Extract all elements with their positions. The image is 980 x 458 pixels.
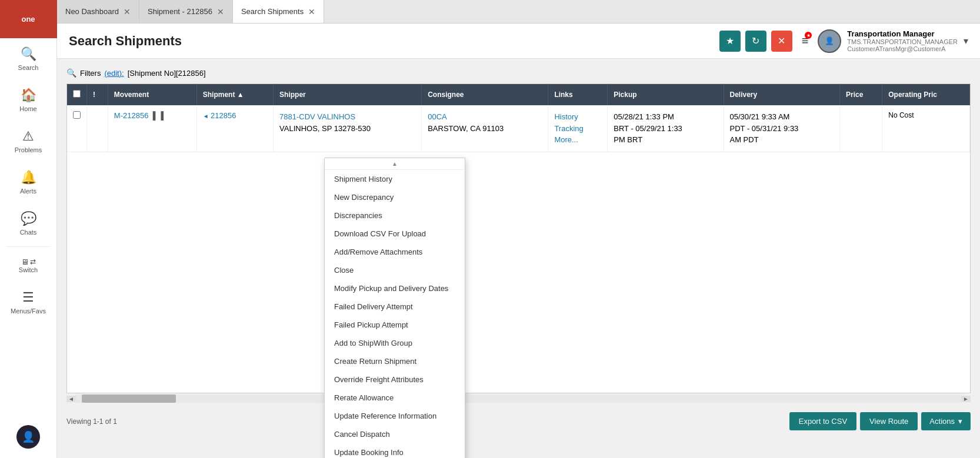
menu-item-close[interactable]: Close (325, 261, 465, 279)
more-link[interactable]: More... (554, 135, 578, 144)
sidebar-item-switch[interactable]: 🖥 ⇄ Switch (0, 249, 56, 282)
col-header-operating-price[interactable]: Operating Pric (882, 84, 970, 105)
menu-item-update-booking[interactable]: Update Booking Info (325, 443, 465, 458)
hamburger-button[interactable]: ≡ ★ (797, 32, 814, 50)
tab-label-neo-dashboard: Neo Dashboard (65, 7, 119, 16)
sidebar-label-problems: Problems (15, 146, 42, 153)
shipper-link[interactable]: 7881-CDV VALINHOS (279, 112, 355, 121)
menu-item-shipment-history[interactable]: Shipment History (325, 170, 465, 188)
menu-scroll-top[interactable]: ▲ (325, 158, 465, 170)
pickup-info: 05/28/21 1:33 PM BRT - 05/29/21 1:33 PM … (614, 111, 717, 146)
bell-icon: 🔔 (21, 170, 36, 185)
filter-icon: 🔍 (66, 68, 76, 78)
switch-arrow-icon: ⇄ (30, 258, 36, 266)
col-header-movement[interactable]: Movement (108, 84, 196, 105)
shipment-link[interactable]: 212856 (211, 111, 236, 120)
user-email: CustomerATransMgr@CustomerA (847, 45, 958, 52)
filter-label: Filters (80, 69, 101, 78)
col-header-links[interactable]: Links (548, 84, 608, 105)
menu-item-rerate[interactable]: Rerate Allowance (325, 389, 465, 407)
notification-badge: ★ (805, 32, 812, 39)
export-csv-button[interactable]: Export to CSV (789, 412, 856, 430)
close-button[interactable]: ✕ (771, 31, 792, 52)
star-button[interactable]: ★ (719, 31, 741, 52)
movement-link[interactable]: M-212856 (114, 111, 149, 120)
menu-item-override-freight[interactable]: Override Freight Attributes (325, 370, 465, 389)
page-body: 🔍 Filters (edit): [Shipment No][212856] … (57, 59, 980, 458)
scroll-right-button[interactable]: ► (961, 396, 971, 402)
menu-item-discrepancies[interactable]: Discrepancies (325, 206, 465, 225)
sidebar: one 🔍 Search 🏠 Home ⚠ Problems 🔔 Alerts … (0, 0, 57, 458)
scroll-thumb[interactable] (82, 395, 176, 403)
switch-icons: 🖥 ⇄ (21, 258, 36, 266)
menu-item-add-shipwith[interactable]: Add to ShipWith Group (325, 334, 465, 352)
menu-item-modify-dates[interactable]: Modify Pickup and Delivery Dates (325, 279, 465, 297)
sidebar-item-chats[interactable]: 💬 Chats (0, 203, 56, 244)
tab-bar: Neo Dashboard ✕ Shipment - 212856 ✕ Sear… (57, 0, 980, 24)
scroll-track[interactable] (76, 395, 961, 403)
sidebar-label-home: Home (19, 105, 36, 112)
filter-edit-link[interactable]: (edit): (104, 69, 124, 78)
user-dropdown-arrow[interactable]: ▾ (964, 35, 968, 46)
table-row: M-212856 ▌▐ ◄ 212856 7881-CDV VALINHOS V… (67, 105, 970, 152)
shipper-info: 7881-CDV VALINHOS VALINHOS, SP 13278-530 (279, 111, 415, 134)
menu-item-create-return[interactable]: Create Return Shipment (325, 352, 465, 370)
sidebar-item-home[interactable]: 🏠 Home (0, 79, 56, 121)
refresh-button[interactable]: ↻ (745, 31, 766, 52)
user-profile[interactable]: 👤 Transportation Manager TMS.TRANSPORTAT… (818, 29, 968, 53)
row-checkbox[interactable] (73, 111, 81, 119)
shipments-table: ! Movement Shipment ▲ Shipper Consignee … (67, 84, 970, 152)
menu-item-download-csv[interactable]: Download CSV For Upload (325, 225, 465, 243)
user-role: TMS.TRANSPORTATION_MANAGER (847, 38, 958, 45)
scroll-left-button[interactable]: ◄ (66, 396, 76, 402)
horizontal-scrollbar[interactable]: ◄ ► (66, 395, 971, 403)
consignee-link[interactable]: 00CA (428, 112, 447, 121)
avatar: 👤 (818, 29, 841, 53)
menu-item-add-attachments[interactable]: Add/Remove Attachments (325, 243, 465, 261)
menu-item-failed-pickup[interactable]: Failed Pickup Attempt (325, 316, 465, 334)
page-header: Search Shipments ★ ↻ ✕ ≡ ★ 👤 Transportat… (57, 24, 980, 59)
avatar-icon: 👤 (825, 36, 834, 45)
col-header-pickup[interactable]: Pickup (608, 84, 724, 105)
col-header-price[interactable]: Price (840, 84, 882, 105)
actions-button[interactable]: Actions ▾ (921, 412, 971, 430)
menu-item-failed-delivery[interactable]: Failed Delivery Attempt (325, 297, 465, 316)
sidebar-item-alerts[interactable]: 🔔 Alerts (0, 162, 56, 203)
viewing-count: Viewing 1-1 of 1 (66, 417, 117, 426)
tab-search-shipments[interactable]: Search Shipments ✕ (233, 0, 324, 23)
history-link[interactable]: History (554, 112, 578, 121)
tab-label-search: Search Shipments (241, 7, 304, 16)
row-movement-cell: M-212856 ▌▐ (108, 105, 196, 152)
sidebar-item-user[interactable]: 👤 (0, 417, 56, 458)
select-all-checkbox[interactable] (73, 90, 81, 98)
bottom-bar: Viewing 1-1 of 1 Export to CSV View Rout… (66, 407, 971, 430)
tab-close-shipment[interactable]: ✕ (217, 7, 224, 16)
col-header-consignee[interactable]: Consignee (422, 84, 548, 105)
tab-neo-dashboard[interactable]: Neo Dashboard ✕ (57, 0, 139, 23)
menu-item-cancel-dispatch[interactable]: Cancel Dispatch (325, 425, 465, 443)
menu-item-new-discrepancy[interactable]: New Discrepancy (325, 188, 465, 206)
tab-shipment-212856[interactable]: Shipment - 212856 ✕ (139, 0, 233, 23)
sidebar-item-menus[interactable]: ☰ Menus/Favs (0, 282, 56, 323)
row-checkbox-cell[interactable] (67, 105, 87, 152)
sidebar-item-problems[interactable]: ⚠ Problems (0, 121, 56, 162)
row-price-cell (840, 105, 882, 152)
delivery-info: 05/30/21 9:33 AM PDT - 05/31/21 9:33 AM … (730, 111, 834, 146)
tracking-link[interactable]: Tracking (554, 124, 583, 133)
menu-item-update-reference[interactable]: Update Reference Information (325, 407, 465, 425)
col-header-shipment[interactable]: Shipment ▲ (196, 84, 273, 105)
col-header-delivery[interactable]: Delivery (724, 84, 840, 105)
page-title: Search Shipments (69, 34, 719, 49)
row-pickup-cell: 05/28/21 1:33 PM BRT - 05/29/21 1:33 PM … (608, 105, 724, 152)
tab-close-search[interactable]: ✕ (308, 7, 315, 16)
tab-close-neo-dashboard[interactable]: ✕ (124, 7, 131, 16)
chat-icon: 💬 (21, 211, 36, 226)
view-route-button[interactable]: View Route (860, 412, 918, 430)
col-header-checkbox[interactable] (67, 84, 87, 105)
context-menu: ▲ Shipment History New Discrepancy Discr… (324, 158, 465, 458)
col-header-shipper[interactable]: Shipper (274, 84, 422, 105)
row-shipment-cell: ◄ 212856 (196, 105, 273, 152)
sidebar-item-search[interactable]: 🔍 Search (0, 38, 56, 79)
tab-label-shipment: Shipment - 212856 (148, 7, 212, 16)
filter-bar: 🔍 Filters (edit): [Shipment No][212856] (66, 68, 971, 78)
